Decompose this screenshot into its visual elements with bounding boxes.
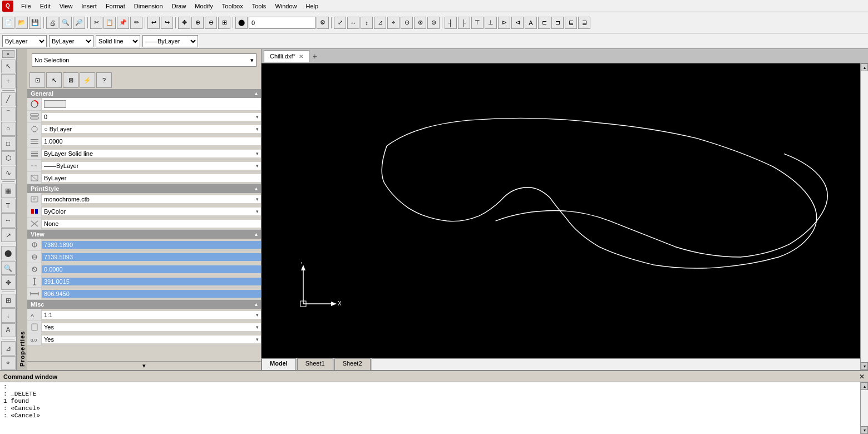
tool-l[interactable]: ⊥: [485, 17, 497, 29]
cut-button[interactable]: ✂: [90, 17, 102, 29]
select-entity-btn[interactable]: ↖: [46, 72, 62, 88]
block-tool[interactable]: ⊞: [1, 294, 16, 308]
snap-settings[interactable]: ⚙: [317, 17, 329, 29]
pointer-tool[interactable]: +: [1, 74, 16, 88]
text-tool[interactable]: T: [1, 199, 16, 213]
magnify-tool[interactable]: 🔍: [1, 261, 16, 275]
tool-r[interactable]: ⊑: [565, 17, 577, 29]
pcolor-value[interactable]: ByColor ▾: [42, 208, 261, 215]
help-btn[interactable]: ?: [96, 72, 112, 88]
leader-tool[interactable]: ↗: [1, 228, 16, 242]
copy-button[interactable]: 📋: [103, 17, 116, 29]
tool-n[interactable]: ⊲: [511, 17, 524, 29]
pen-button[interactable]: ✏: [130, 17, 142, 29]
tool-f[interactable]: ⊙: [401, 17, 413, 29]
width-value[interactable]: 806.9450: [42, 290, 261, 298]
tool-d[interactable]: ⊿: [374, 17, 386, 29]
quick-select-btn[interactable]: ⚡: [80, 72, 95, 88]
polygon-tool[interactable]: ⬡: [1, 151, 16, 165]
height-value[interactable]: 391.0015: [42, 278, 261, 285]
drawing-canvas[interactable]: X Y: [262, 63, 860, 358]
tool-o[interactable]: Α: [525, 17, 537, 29]
menu-view[interactable]: View: [55, 2, 77, 11]
cmd-scroll-track[interactable]: [861, 390, 868, 426]
select-all-btn[interactable]: ⊡: [29, 72, 45, 88]
menu-insert[interactable]: Insert: [77, 2, 101, 11]
zoom-in-button[interactable]: ⊕: [191, 17, 204, 29]
print-button[interactable]: 🖨: [46, 17, 58, 29]
vz-value[interactable]: 0.0000: [42, 265, 261, 273]
cmd-close-btn[interactable]: ✕: [859, 373, 865, 381]
general-section-header[interactable]: General ▴: [27, 89, 261, 98]
sheet-tab-sheet1[interactable]: Sheet1: [297, 358, 333, 370]
print-preview[interactable]: 🔍: [60, 17, 72, 29]
snap-node[interactable]: ⌖: [1, 356, 16, 370]
snap-button[interactable]: ⬤: [235, 17, 248, 29]
prop-scroll-down[interactable]: ▾: [27, 361, 261, 370]
coords-value[interactable]: Yes ▾: [42, 336, 261, 343]
dim-tool[interactable]: ↔: [1, 213, 16, 227]
tool-m[interactable]: ⊳: [498, 17, 510, 29]
left-tb-close[interactable]: ×: [2, 50, 14, 58]
h-scroll-track[interactable]: [372, 359, 860, 370]
tool-c[interactable]: ↕: [361, 17, 373, 29]
printstyle-section-header[interactable]: PrintStyle ▴: [27, 184, 261, 193]
cmd-content[interactable]: : : _DELETE 1 found : «Cancel» : «Cancel…: [0, 382, 860, 434]
menu-window[interactable]: Window: [270, 2, 301, 11]
cmd-scroll-up[interactable]: ▴: [861, 382, 868, 390]
scale-value[interactable]: 1:1 ▾: [42, 311, 261, 319]
vy-value[interactable]: 7139.5093: [42, 253, 261, 261]
measure-tool[interactable]: ⊿: [1, 341, 16, 355]
pan-button[interactable]: ✥: [178, 17, 190, 29]
insert-tool[interactable]: ↓: [1, 308, 16, 322]
paper-value[interactable]: Yes ▾: [42, 323, 261, 331]
tool-e[interactable]: ⌖: [387, 17, 400, 29]
view-section-header[interactable]: View ▴: [27, 230, 261, 239]
cmd-scroll-down[interactable]: ▾: [861, 426, 868, 434]
node-tool[interactable]: ⬤: [1, 246, 16, 260]
layer-select[interactable]: ByLayer: [2, 35, 47, 47]
paste-button[interactable]: 📌: [117, 17, 129, 29]
menu-toolbox[interactable]: Toolbox: [218, 2, 248, 11]
doc-tab-chilli[interactable]: Chilli.dxf* ✕: [264, 50, 309, 62]
snap-dropdown[interactable]: 0: [249, 17, 315, 29]
misc-section-header[interactable]: Misc ▴: [27, 300, 261, 309]
lineweight-value[interactable]: ByLayer Solid line ▾: [42, 150, 261, 157]
circle-tool[interactable]: ○: [1, 122, 16, 136]
zoom-extents[interactable]: ⊞: [218, 17, 230, 29]
transparency-value[interactable]: ByLayer: [42, 174, 261, 182]
menu-dimension[interactable]: Dimension: [130, 2, 167, 11]
linetype-select[interactable]: Solid line: [96, 35, 140, 47]
line-tool[interactable]: ╱: [1, 92, 16, 106]
menu-file[interactable]: File: [17, 2, 36, 11]
color-value[interactable]: [42, 98, 261, 110]
save-button[interactable]: 💾: [29, 17, 41, 29]
hatch-tool[interactable]: ▦: [1, 184, 16, 198]
zoom-out-button[interactable]: ⊖: [205, 17, 217, 29]
menu-help[interactable]: Help: [302, 2, 323, 11]
new-button[interactable]: 📄: [2, 17, 14, 29]
menu-tools[interactable]: Tools: [248, 2, 271, 11]
select-tool[interactable]: ↖: [1, 60, 16, 73]
undo-button[interactable]: ↩: [147, 17, 160, 29]
linepattern-value[interactable]: ——ByLayer ▾: [42, 162, 261, 170]
color-select[interactable]: ByLayer: [49, 35, 93, 47]
tool-g[interactable]: ⊛: [414, 17, 426, 29]
tool-q[interactable]: ⊐: [551, 17, 564, 29]
zoom-window[interactable]: 🔎: [73, 17, 85, 29]
tool-h[interactable]: ⊚: [427, 17, 440, 29]
tool-j[interactable]: ├: [458, 17, 470, 29]
arc-tool[interactable]: ⌒: [1, 107, 16, 121]
ltscale-value[interactable]: 1.0000: [42, 137, 261, 145]
menu-edit[interactable]: Edit: [36, 2, 55, 11]
layer-value[interactable]: 0 ▾: [42, 113, 261, 121]
rect-tool[interactable]: □: [1, 136, 16, 150]
open-button[interactable]: 📂: [16, 17, 28, 29]
menu-format[interactable]: Format: [101, 2, 130, 11]
tool-s[interactable]: ⊒: [578, 17, 590, 29]
linetype-value[interactable]: ○ ByLayer ▾: [42, 125, 261, 133]
scroll-up-btn[interactable]: ▴: [861, 63, 868, 71]
menu-modify[interactable]: Modify: [190, 2, 217, 11]
lineweight-select[interactable]: ——ByLayer: [142, 35, 198, 47]
tool-p[interactable]: ⊏: [538, 17, 550, 29]
